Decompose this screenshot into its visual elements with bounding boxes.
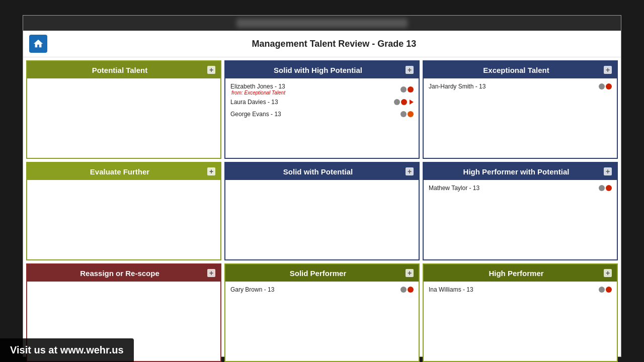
table-row: Ina Williams - 13 (428, 285, 613, 295)
dot-gray (599, 185, 605, 191)
cell-evaluate-further: Evaluate Further+ (26, 162, 221, 260)
status-dots (400, 111, 414, 117)
add-button-solid-high-potential[interactable]: + (406, 66, 414, 74)
table-row: Jan-Hardy Smith - 13 (428, 81, 613, 92)
person-name: Mathew Taylor - 13 (429, 185, 599, 192)
cell-title-high-performer: High Performer (429, 269, 604, 278)
home-icon (33, 38, 44, 49)
dot-red (401, 99, 407, 105)
dot-orange (408, 111, 414, 117)
cell-title-high-performer-potential: High Performer with Potential (429, 167, 604, 176)
dot-gray (400, 111, 407, 117)
cell-header-potential-talent: Potential Talent+ (27, 61, 220, 78)
cell-body-exceptional-talent: Jan-Hardy Smith - 13 (424, 78, 617, 158)
cell-title-potential-talent: Potential Talent (32, 66, 207, 74)
cell-title-exceptional-talent: Exceptional Talent (429, 66, 604, 74)
cell-body-evaluate-further (27, 180, 220, 259)
dot-red (408, 287, 414, 293)
page-title: Management Talent Review - Grade 13 (53, 39, 615, 49)
cell-title-solid-high-potential: Solid with High Potential (230, 66, 406, 74)
table-row: Elizabeth Jones - 13from: Exceptional Ta… (229, 81, 415, 97)
status-dots (599, 287, 612, 293)
dot-red (606, 287, 612, 293)
add-button-reassign-rescope[interactable]: + (207, 269, 215, 277)
table-row: Gary Brown - 13 (229, 285, 415, 295)
cell-title-solid-with-potential: Solid with Potential (230, 167, 406, 176)
dot-gray (400, 86, 407, 93)
add-button-evaluate-further[interactable]: + (207, 167, 215, 175)
dot-gray (394, 99, 400, 105)
page-header: Management Talent Review - Grade 13 (23, 31, 621, 57)
person-block: Elizabeth Jones - 13from: Exceptional Ta… (229, 81, 415, 107)
status-dots (400, 287, 414, 293)
dot-red (606, 185, 612, 191)
cell-high-performer-potential: High Performer with Potential+Mathew Tay… (423, 162, 618, 260)
dot-gray (400, 287, 407, 293)
cell-title-solid-performer: Solid Performer (230, 269, 406, 278)
cell-potential-talent: Potential Talent+ (26, 60, 221, 159)
home-button[interactable] (29, 35, 47, 53)
cell-exceptional-talent: Exceptional Talent+Jan-Hardy Smith - 13 (423, 60, 618, 159)
cell-title-reassign-rescope: Reassign or Re-scope (32, 269, 207, 278)
dot-red (408, 86, 414, 93)
table-row: Laura Davies - 13 (229, 97, 415, 107)
person-name: Elizabeth Jones - 13 (230, 83, 285, 90)
status-dots (599, 185, 612, 191)
cell-header-high-performer-potential: High Performer with Potential+ (424, 163, 617, 180)
add-button-high-performer-potential[interactable]: + (604, 167, 612, 175)
person-name: Ina Williams - 13 (429, 286, 599, 293)
cell-solid-high-potential: Solid with High Potential+Elizabeth Jone… (224, 60, 420, 159)
cell-body-solid-high-potential: Elizabeth Jones - 13from: Exceptional Ta… (225, 78, 419, 158)
dot-red (606, 83, 612, 89)
add-button-high-performer[interactable]: + (604, 269, 612, 277)
status-dots (394, 99, 414, 105)
cell-header-exceptional-talent: Exceptional Talent+ (424, 61, 617, 78)
cell-body-high-performer-potential: Mathew Taylor - 13 (424, 180, 617, 259)
cell-title-evaluate-further: Evaluate Further (32, 167, 207, 176)
person-name: Gary Brown - 13 (230, 286, 400, 293)
cell-header-high-performer: High Performer+ (424, 264, 617, 282)
cell-header-solid-with-potential: Solid with Potential+ (225, 163, 419, 180)
main-container: Management Talent Review - Grade 13 Pote… (23, 15, 621, 357)
add-button-solid-performer[interactable]: + (406, 269, 414, 277)
person-name: Jan-Hardy Smith - 13 (429, 83, 599, 90)
arrow-icon (410, 100, 414, 105)
watermark: Visit us at www.wehr.us (0, 338, 134, 362)
cell-header-reassign-rescope: Reassign or Re-scope+ (27, 264, 220, 282)
cell-body-potential-talent (27, 78, 220, 158)
cell-solid-with-potential: Solid with Potential+ (224, 162, 420, 260)
talent-grid: Potential Talent+Solid with High Potenti… (23, 57, 621, 362)
cell-header-solid-high-potential: Solid with High Potential+ (225, 61, 419, 78)
table-row: Mathew Taylor - 13 (428, 183, 613, 193)
cell-high-performer: High Performer+Ina Williams - 13 (423, 263, 618, 362)
add-button-potential-talent[interactable]: + (207, 66, 215, 74)
person-name: Laura Davies - 13 (230, 99, 394, 106)
cell-header-solid-performer: Solid Performer+ (225, 264, 419, 282)
table-row: George Evans - 13 (229, 109, 415, 119)
person-name: George Evans - 13 (230, 111, 400, 118)
status-dots (599, 83, 612, 89)
add-button-exceptional-talent[interactable]: + (604, 66, 612, 74)
cell-solid-performer: Solid Performer+Gary Brown - 13 (224, 263, 420, 362)
top-bar-content (236, 19, 408, 28)
dot-gray (599, 83, 605, 89)
status-dots (400, 86, 414, 93)
add-button-solid-with-potential[interactable]: + (406, 167, 414, 175)
top-bar (23, 16, 621, 31)
person-note: from: Exceptional Talent (231, 90, 285, 96)
dot-gray (599, 287, 605, 293)
cell-body-solid-performer: Gary Brown - 13 (225, 282, 419, 361)
cell-body-high-performer: Ina Williams - 13 (424, 282, 617, 361)
cell-body-solid-with-potential (225, 180, 419, 259)
cell-header-evaluate-further: Evaluate Further+ (27, 163, 220, 180)
